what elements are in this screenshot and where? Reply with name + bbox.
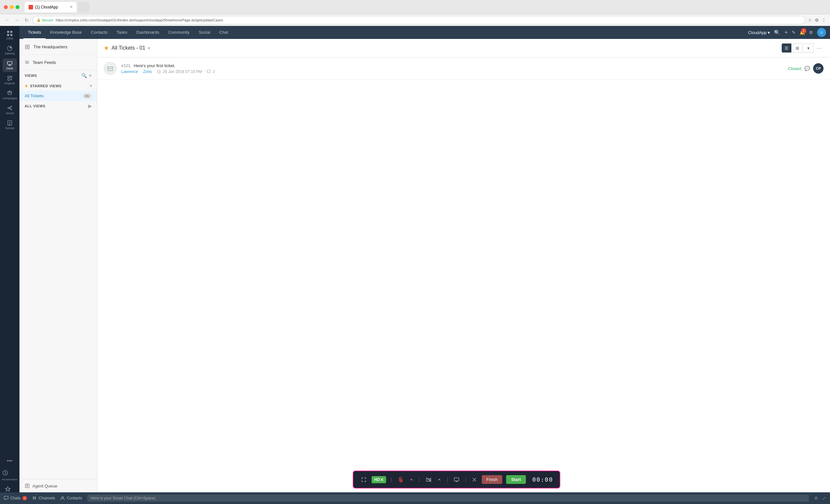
address-bar[interactable]: 🔒 Secure https://crmplus.zoho.com/clouda… <box>32 16 805 24</box>
active-tab[interactable]: (1) CloudApp ✕ <box>25 2 76 12</box>
sidebar-item-survey[interactable]: Survey <box>3 118 17 132</box>
nav-right: CloudApp ▾ 🔍 + ✎ 🔔 1 ⚙ U <box>748 28 826 37</box>
sidebar-item-desk[interactable]: Desk <box>3 58 17 72</box>
all-tickets-view[interactable]: All Tickets 01 <box>20 91 97 101</box>
bookmark-btn[interactable]: ☆ <box>808 18 812 23</box>
chat-settings-btn[interactable]: ⚙ <box>814 496 818 501</box>
nav-tasks-label: Tasks <box>117 30 127 35</box>
headquarters-icon: ⊞ <box>25 43 30 51</box>
sidebar-projects-label: Projects <box>4 82 15 85</box>
agent-queue-item[interactable]: Agent Queue <box>20 479 97 492</box>
add-view-btn[interactable]: + <box>89 73 92 78</box>
nav-tasks[interactable]: Tasks <box>112 26 132 39</box>
agent-queue-icon <box>25 483 30 489</box>
forward-btn[interactable]: → <box>13 16 21 24</box>
mic-up-btn[interactable] <box>409 477 414 482</box>
close-window-btn[interactable] <box>4 5 8 9</box>
all-views-header[interactable]: ALL VIEWS ▶ <box>20 101 97 111</box>
screen-share-btn[interactable] <box>453 476 460 483</box>
chat-expand-btn[interactable]: ⤢ <box>822 496 826 501</box>
tickets-header: ★ All Tickets - 01 ▾ ☰ ⊞ ▾ ··· <box>97 39 830 57</box>
team-feeds-icon: ≋ <box>25 59 30 66</box>
maximize-window-btn[interactable] <box>15 5 20 9</box>
starred-views-header[interactable]: ★ STARRED VIEWS ▾ <box>20 81 97 91</box>
more-view-btn[interactable]: ▾ <box>804 43 813 53</box>
mic-btn[interactable] <box>397 476 405 483</box>
ticket-avatar <box>104 62 117 75</box>
menu-btn[interactable]: ⋮ <box>822 18 826 23</box>
ticket-info: #101 Here's your first ticket. Lawrence … <box>121 63 784 74</box>
minimize-window-btn[interactable] <box>10 5 13 9</box>
hd-btn[interactable]: HD <box>372 476 386 483</box>
desk-icon <box>7 60 13 66</box>
views-title: Views <box>25 74 37 77</box>
nav-chat[interactable]: Chat <box>215 26 232 39</box>
recording-timer: 00:00 <box>532 476 553 483</box>
camera-btn[interactable] <box>425 476 433 483</box>
compose-btn[interactable]: ✎ <box>792 30 796 35</box>
chat-item-channels[interactable]: Channels <box>32 496 55 500</box>
search-btn[interactable]: 🔍 <box>774 30 780 36</box>
sidebar-item-crm[interactable]: CRM <box>3 29 17 42</box>
nav-knowledge-base[interactable]: Knowledge Base <box>46 26 87 39</box>
fullscreen-btn[interactable] <box>360 476 368 483</box>
sidebar-item-social[interactable]: Social <box>3 103 17 117</box>
brand-chevron-icon: ▾ <box>768 30 770 35</box>
all-views-label: ALL VIEWS <box>25 104 45 108</box>
settings-btn[interactable]: ⚙ <box>809 30 813 35</box>
options-btn[interactable]: ··· <box>815 45 824 52</box>
refresh-btn[interactable]: ↻ <box>23 16 30 24</box>
sidebar-item-recent[interactable]: Recent Items <box>2 467 17 483</box>
all-tickets-badge: 01 <box>83 94 92 98</box>
ticket-title: #101 Here's your first ticket. <box>121 63 784 68</box>
start-btn[interactable]: Start <box>506 475 526 484</box>
svg-point-9 <box>9 91 10 92</box>
ticket-chat-count: 2 <box>213 69 215 74</box>
svg-rect-23 <box>4 496 8 499</box>
extensions-btn[interactable]: ⚙ <box>815 18 819 23</box>
brand-label: CloudApp <box>748 30 766 35</box>
nav-community-label: Community <box>168 30 190 35</box>
grid-view-btn[interactable]: ⊞ <box>793 43 802 53</box>
brand-dropdown[interactable]: CloudApp ▾ <box>748 30 770 35</box>
chat-item-contacts[interactable]: Contacts <box>60 496 82 500</box>
back-btn[interactable]: ← <box>4 16 11 24</box>
camera-up-btn[interactable] <box>437 477 442 482</box>
svg-rect-17 <box>108 67 113 71</box>
all-views-chevron-icon: ▶ <box>88 103 92 108</box>
all-tickets-label: All Tickets <box>25 93 44 98</box>
headquarters-section[interactable]: ⊞ The Headquarters <box>20 39 97 55</box>
sidebar-item-salesiq[interactable]: SalesIQ <box>3 43 17 57</box>
nav-contacts-label: Contacts <box>91 30 107 35</box>
sidebar-item-projects[interactable]: Projects <box>3 73 17 87</box>
sidebar-item-campaigns[interactable]: Campaigns <box>3 88 17 102</box>
chat-item-chats[interactable]: Chats • <box>4 496 27 500</box>
smart-chat-input[interactable]: Here is your Smart Chat (Ctrl+Space) <box>87 495 809 502</box>
sidebar-item-more[interactable]: ••• <box>3 456 17 466</box>
nav-social[interactable]: Social <box>194 26 215 39</box>
tab-title: (1) CloudApp <box>35 5 58 9</box>
tab-favicon <box>29 5 33 9</box>
add-btn[interactable]: + <box>784 29 788 36</box>
close-rec-btn[interactable] <box>471 476 478 483</box>
tab-close-btn[interactable]: ✕ <box>70 5 73 9</box>
finish-btn[interactable]: Finish <box>482 475 502 484</box>
nav-dashboards[interactable]: Dashboards <box>132 26 164 39</box>
tickets-title-text: All Tickets - 01 <box>111 45 145 51</box>
chat-count-icon <box>207 70 211 74</box>
view-toggle: ☰ ⊞ ▾ ··· <box>782 43 824 53</box>
nav-contacts[interactable]: Contacts <box>86 26 112 39</box>
nav-tickets[interactable]: Tickets <box>23 26 46 39</box>
list-view-btn[interactable]: ☰ <box>782 43 791 53</box>
address-bar-row: ← → ↻ 🔒 Secure https://crmplus.zoho.com/… <box>0 14 830 26</box>
team-feeds-section[interactable]: ≋ Team Feeds <box>20 55 97 70</box>
ticket-contact[interactable]: Lawrence <box>121 69 138 74</box>
ticket-source[interactable]: Zoho <box>143 69 152 74</box>
new-tab-area[interactable] <box>78 2 90 12</box>
search-views-btn[interactable]: 🔍 <box>82 73 87 78</box>
nav-community[interactable]: Community <box>164 26 194 39</box>
table-row[interactable]: #101 Here's your first ticket. Lawrence … <box>97 57 830 80</box>
recent-icon <box>2 470 8 476</box>
user-avatar[interactable]: U <box>817 28 826 37</box>
star-icon: ★ <box>25 84 28 88</box>
